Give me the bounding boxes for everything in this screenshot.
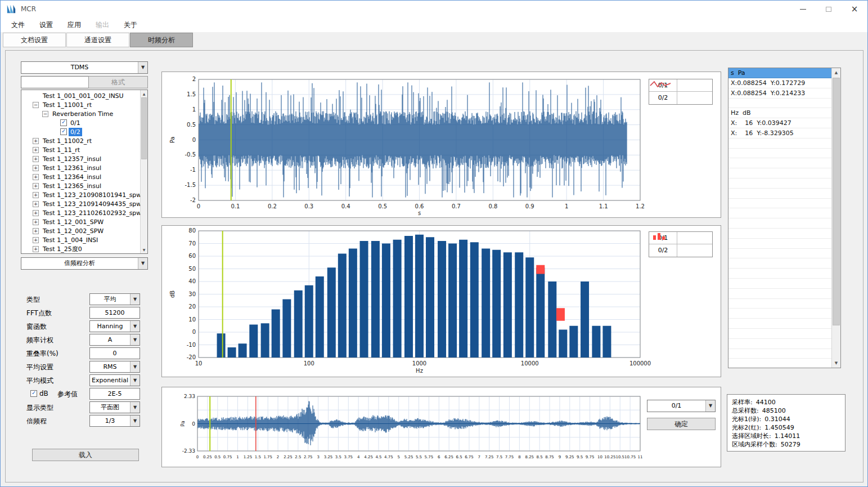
chevron-down-icon[interactable]: ▼ [130,361,140,372]
chevron-down-icon[interactable]: ▼ [130,334,140,345]
tree-item-16[interactable]: +Test 1_1_004_INSI [21,235,140,244]
measurement-row-26[interactable] [728,339,831,349]
tree-checkbox[interactable] [60,128,67,135]
tree-scrollbar[interactable]: ▲ ▼ [140,90,147,253]
expand-toggle-icon[interactable]: + [33,246,39,252]
scrollbar-thumb[interactable] [833,78,840,325]
measurement-row-23[interactable] [728,309,831,319]
tree-item-label[interactable]: Test 1_12364_insul [41,173,103,181]
collapse-toggle-icon[interactable]: − [42,111,48,117]
tree-item-label[interactable]: Test 1_12_001_SPW [41,218,105,226]
measurement-scrollbar[interactable]: ▲ ▼ [831,68,840,368]
tree-item-label[interactable]: Test 1_1_004_INSI [41,236,100,244]
measurement-row-3[interactable]: Hz dB [728,108,831,118]
chevron-down-icon[interactable]: ▼ [130,375,140,386]
tree-item-4[interactable]: 0/2 [21,127,140,136]
measurement-row-19[interactable] [728,269,831,279]
tree-item-15[interactable]: +Test 1_12_002_SPW [21,226,140,235]
menu-settings[interactable]: 设置 [32,18,60,32]
channel-combo[interactable]: 0/1 ▼ [647,400,716,412]
expand-toggle-icon[interactable]: + [33,210,39,216]
collapse-toggle-icon[interactable]: − [33,102,39,108]
chevron-down-icon[interactable]: ▼ [130,321,140,332]
measurement-row-24[interactable] [728,319,831,329]
scroll-down-icon[interactable]: ▼ [141,246,147,253]
measurement-row-25[interactable] [728,329,831,339]
tree-item-label[interactable]: Test 1_11001_rt [41,101,93,109]
measurement-row-16[interactable] [728,239,831,249]
expand-toggle-icon[interactable]: + [33,228,39,234]
tree-item-label[interactable]: 0/2 [69,128,82,136]
expand-toggle-icon[interactable]: + [33,237,39,243]
expand-toggle-icon[interactable]: + [33,192,39,198]
tree-item-label[interactable]: Test 1_123_210908101941_spw [41,191,140,199]
expand-toggle-icon[interactable]: + [33,183,39,189]
tree-item-label[interactable]: Test 1_12_002_SPW [41,227,105,235]
tree-item-label[interactable]: Test 1_12365_insul [41,182,103,190]
menu-file[interactable]: 文件 [4,18,32,32]
chevron-down-icon[interactable]: ▼ [705,400,715,412]
expand-toggle-icon[interactable]: + [33,165,39,171]
chevron-down-icon[interactable]: ▼ [130,402,140,413]
menu-apply[interactable]: 应用 [60,18,88,32]
tab-channel-settings[interactable]: 通道设置 [66,33,129,47]
measurement-row-8[interactable] [728,158,831,168]
chevron-down-icon[interactable]: ▼ [130,294,140,305]
expand-toggle-icon[interactable]: + [33,219,39,225]
tree-item-12[interactable]: +Test 1_123_210914094435_spw [21,199,140,208]
tree-checkbox[interactable] [60,119,67,126]
tree-item-3[interactable]: 0/1 [21,118,140,127]
measurement-row-4[interactable]: X: 16 Y:0.039427 [728,118,831,128]
tree-item-1[interactable]: −Test 1_11001_rt [21,100,140,109]
menu-about[interactable]: 关于 [116,18,145,32]
chevron-down-icon[interactable]: ▼ [130,415,140,426]
tree-item-label[interactable]: Test 1_123_211026102932_spw [41,209,140,217]
tree-item-14[interactable]: +Test 1_12_001_SPW [21,217,140,226]
form-combo-8[interactable]: 平面图▼ [89,401,140,413]
tree-item-label[interactable]: Test 1_12357_insul [41,155,103,163]
measurement-row-27[interactable] [728,349,831,359]
measurement-row-15[interactable] [728,229,831,239]
octave-spectrum-chart[interactable]: -20-100102030405060708010100100010000100… [162,226,721,377]
scroll-up-icon[interactable]: ▲ [141,90,147,97]
tree-item-10[interactable]: +Test 1_12365_insul [21,181,140,190]
minimize-button[interactable] [790,1,816,17]
form-combo-2[interactable]: Hanning▼ [89,320,140,332]
tree-item-label[interactable]: Test 1_12361_insul [41,164,103,172]
tab-time-frequency-analysis[interactable]: 时频分析 [130,33,193,47]
close-button[interactable]: × [842,1,867,17]
measurement-row-0[interactable]: X:0.088254 Y:0.172729 [728,78,831,88]
db-checkbox[interactable] [30,390,37,397]
measurement-row-7[interactable] [728,149,831,159]
tree-item-0[interactable]: Test 1_001_001_002_INSU [21,91,140,100]
form-input-4[interactable] [89,347,140,359]
expand-toggle-icon[interactable]: + [33,147,39,153]
maximize-button[interactable] [816,1,842,17]
tab-document-settings[interactable]: 文档设置 [3,33,66,47]
form-combo-9[interactable]: 1/3▼ [89,415,140,427]
measurement-row-20[interactable] [728,279,831,289]
form-combo-6[interactable]: Exponential▼ [89,374,140,386]
form-combo-3[interactable]: A▼ [89,334,140,346]
tree-item-label[interactable]: Test 1_123_210914094435_spw [41,200,140,208]
expand-toggle-icon[interactable]: + [33,138,39,144]
tree-item-13[interactable]: +Test 1_123_211026102932_spw [21,208,140,217]
measurement-row-21[interactable] [728,289,831,299]
expand-toggle-icon[interactable]: + [33,156,39,162]
expand-toggle-icon[interactable]: + [33,201,39,207]
form-combo-0[interactable]: 平均▼ [89,293,140,305]
legend-entry-0/2[interactable]: 0/2 [649,244,712,257]
analysis-type-combo[interactable]: 倍频程分析 ▼ [21,257,148,270]
reference-input[interactable] [89,388,140,400]
scrollbar-thumb[interactable] [141,97,147,159]
format-button[interactable]: 格式 [88,76,148,88]
measurement-row-9[interactable] [728,168,831,178]
tree-item-label[interactable]: Reverberation Time [51,110,115,118]
tree-item-label[interactable]: Test 1_11002_rt [41,137,93,145]
file-format-combo[interactable]: TDMS ▼ [21,61,148,74]
tree-item-9[interactable]: +Test 1_12364_insul [21,172,140,181]
tree-item-label[interactable]: 0/1 [69,119,82,127]
form-combo-5[interactable]: RMS▼ [89,361,140,373]
tree-item-6[interactable]: +Test 1_11_rt [21,145,140,154]
measurement-row-2[interactable] [728,99,831,109]
